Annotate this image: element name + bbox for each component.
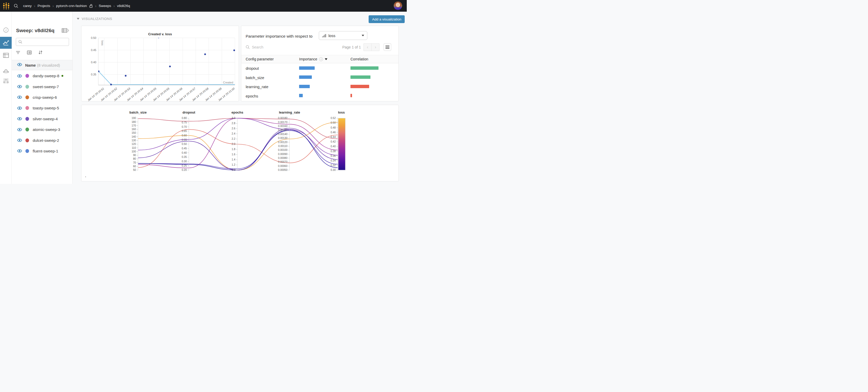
svg-text:90: 90: [133, 154, 136, 157]
svg-text:0.60: 0.60: [182, 134, 187, 137]
run-point[interactable]: [125, 75, 127, 77]
eye-icon[interactable]: [17, 85, 22, 89]
parallel-coordinates-chart: batch_size190180170160150140130120110100…: [82, 105, 399, 182]
add-visualization-button[interactable]: Add a visualization: [369, 15, 405, 23]
visualizations-section-toggle[interactable]: VISUALIZATIONS: [77, 17, 112, 21]
list-view-icon[interactable]: [27, 51, 32, 55]
run-point[interactable]: [110, 84, 112, 86]
svg-text:dropout: dropout: [182, 110, 195, 115]
eye-icon[interactable]: [17, 117, 22, 121]
breadcrumb-item[interactable]: pytorch-cnn-fashion: [56, 4, 87, 8]
eye-icon[interactable]: [17, 128, 22, 131]
svg-text:60: 60: [133, 165, 136, 168]
run-name: silver-sweep-4: [33, 117, 58, 121]
run-row[interactable]: crisp-sweep-6: [12, 92, 72, 103]
breadcrumb-item[interactable]: v8dil26q: [117, 4, 130, 8]
run-point[interactable]: [234, 50, 235, 51]
breadcrumb: carey›Projects›pytorch-cnn-fashion›Sweep…: [23, 4, 130, 8]
correlation-bar: [350, 75, 370, 79]
run-lines[interactable]: [138, 118, 338, 170]
svg-text:0.75: 0.75: [182, 121, 187, 124]
run-name: fluent-sweep-1: [33, 149, 58, 153]
run-row[interactable]: silver-sweep-4: [12, 113, 72, 124]
eye-icon[interactable]: [17, 149, 22, 153]
svg-text:0.00060: 0.00060: [278, 165, 288, 167]
importance-search-input[interactable]: Search: [252, 45, 263, 49]
sliders-tab[interactable]: [0, 76, 12, 86]
svg-text:80: 80: [133, 157, 136, 160]
created-vs-loss-panel: Created v. loss 0.500.450.400.35lossCrea…: [81, 26, 239, 101]
table-tab[interactable]: [0, 50, 12, 60]
sweeps-tab[interactable]: [0, 66, 12, 76]
eye-icon[interactable]: [17, 95, 22, 99]
run-row[interactable]: fluent-sweep-1: [12, 146, 72, 156]
metric-dropdown[interactable]: loss: [319, 31, 367, 40]
run-row[interactable]: atomic-sweep-3: [12, 124, 72, 135]
svg-text:0.44: 0.44: [331, 136, 336, 138]
importance-heading: Parameter importance with respect to: [246, 34, 313, 39]
run-line[interactable]: [138, 130, 338, 170]
info-icon[interactable]: i: [0, 25, 12, 35]
histogram-icon: [322, 34, 326, 38]
open-sweep-table-icon[interactable]: [62, 28, 69, 34]
svg-text:0.35: 0.35: [182, 156, 187, 158]
runs-list-header[interactable]: Name (8 visualized): [12, 60, 72, 70]
eye-icon[interactable]: [17, 106, 22, 110]
scatter-points[interactable]: [98, 37, 235, 86]
eye-icon[interactable]: [17, 74, 22, 78]
svg-text:50: 50: [133, 168, 136, 171]
svg-text:0.00140: 0.00140: [278, 133, 288, 136]
run-row[interactable]: dulcet-sweep-2: [12, 135, 72, 145]
svg-text:learning_rate: learning_rate: [279, 110, 300, 115]
svg-text:0.40: 0.40: [91, 61, 96, 64]
svg-text:0.50: 0.50: [331, 121, 336, 124]
run-color-dot: [25, 138, 29, 142]
svg-text:2.0: 2.0: [231, 142, 235, 145]
runs-search-input[interactable]: [16, 38, 69, 46]
eye-icon[interactable]: [17, 63, 22, 66]
sort-icon[interactable]: [38, 50, 42, 55]
breadcrumb-item[interactable]: Projects: [38, 4, 50, 8]
charts-tab-active[interactable]: [0, 37, 12, 49]
breadcrumb-item[interactable]: Sweeps: [99, 4, 111, 8]
run-point[interactable]: [169, 66, 171, 67]
next-page-button[interactable]: ›: [371, 43, 379, 51]
min-loss-line: [99, 71, 235, 85]
y-axis-title: loss: [101, 40, 104, 45]
user-avatar[interactable]: [394, 1, 402, 10]
run-color-dot: [25, 95, 29, 99]
prev-page-button[interactable]: ‹: [364, 43, 371, 51]
run-name: toasty-sweep-5: [33, 106, 59, 110]
run-point[interactable]: [158, 37, 159, 38]
svg-text:150: 150: [131, 131, 136, 134]
svg-text:0.00170: 0.00170: [278, 121, 288, 124]
chart-title: Created v. loss: [82, 32, 239, 36]
run-row[interactable]: dandy-sweep-8: [12, 70, 72, 81]
svg-text:0.00100: 0.00100: [278, 149, 288, 152]
run-line[interactable]: [138, 129, 338, 167]
svg-text:0.38: 0.38: [331, 150, 336, 153]
run-point[interactable]: [204, 54, 206, 55]
eye-icon[interactable]: [17, 63, 22, 67]
run-line[interactable]: [138, 118, 338, 139]
info-icon: i: [319, 57, 323, 61]
svg-text:70: 70: [133, 161, 136, 164]
run-row[interactable]: sweet-sweep-7: [12, 81, 72, 92]
svg-text:0.35: 0.35: [91, 73, 96, 76]
svg-text:i: i: [5, 29, 6, 32]
run-point[interactable]: [98, 70, 100, 72]
breadcrumb-item[interactable]: carey: [23, 4, 32, 8]
run-row[interactable]: toasty-sweep-5: [12, 103, 72, 113]
eye-icon[interactable]: [17, 138, 22, 142]
svg-text:0.20: 0.20: [182, 168, 187, 171]
wandb-logo-icon[interactable]: [2, 2, 10, 10]
run-line[interactable]: [138, 122, 338, 170]
filter-icon[interactable]: [16, 51, 20, 54]
importance-row: epochs: [241, 92, 399, 101]
config-parameter-name: dropout: [246, 66, 299, 70]
panel-menu-button[interactable]: [384, 43, 391, 51]
navbar-search-icon[interactable]: [14, 4, 19, 8]
svg-text:2.8: 2.8: [231, 122, 235, 125]
column-importance-sort[interactable]: Importance i: [299, 57, 350, 61]
breadcrumb-separator: ›: [113, 4, 115, 8]
